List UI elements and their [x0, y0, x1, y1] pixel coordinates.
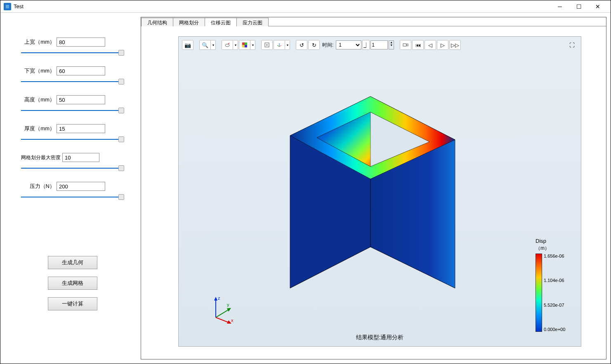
mesh-density-label: 网格划分最大密度 [21, 154, 62, 161]
top-width-input[interactable] [57, 38, 105, 47]
axis-z-label: z [218, 296, 220, 301]
select-icon[interactable] [222, 40, 233, 50]
play-reverse-icon[interactable]: ◁ [425, 40, 436, 50]
record-icon[interactable] [400, 40, 411, 50]
axis-y-label: y [227, 302, 229, 307]
mesh-density-input[interactable] [62, 153, 99, 162]
frame-down-icon[interactable]: ▼ [389, 44, 394, 47]
zoom-dropdown-icon[interactable]: ▾ [211, 40, 216, 50]
bottom-width-label: 下宽（mm） [21, 67, 57, 75]
legend-tick: 1.104e-06 [544, 278, 565, 283]
svg-line-15 [216, 309, 229, 317]
frame-spinner[interactable] [370, 40, 388, 49]
svg-marker-14 [214, 297, 217, 301]
mesh-density-slider[interactable] [21, 164, 124, 172]
top-width-slider[interactable] [21, 49, 124, 56]
fullscreen-icon[interactable]: ⛶ [566, 40, 578, 50]
height-input[interactable] [57, 95, 105, 104]
tab-geometry[interactable]: 几何结构 [141, 18, 173, 26]
fea-displacement-solid [278, 59, 463, 290]
colormap-icon[interactable] [239, 40, 250, 50]
close-button[interactable]: ✕ [588, 1, 607, 12]
rotate-cw-icon[interactable]: ↻ [308, 40, 320, 50]
time-select[interactable]: 1 [336, 40, 361, 49]
axes-triad-icon[interactable] [274, 40, 285, 50]
colormap-dropdown-icon[interactable]: ▾ [250, 40, 255, 50]
time-end-icon[interactable]: ⏌ [362, 40, 370, 50]
axes-dropdown-icon[interactable]: ▾ [285, 40, 290, 50]
legend-tick: 5.520e-07 [544, 303, 565, 308]
maximize-button[interactable]: ☐ [569, 1, 588, 12]
generate-geometry-button[interactable]: 生成几何 [48, 256, 97, 269]
thickness-label: 厚度（mm） [21, 125, 57, 132]
svg-rect-1 [242, 42, 245, 45]
svg-rect-3 [242, 45, 245, 47]
result-caption: 结果模型:通用分析 [179, 334, 581, 341]
parameter-panel: 上宽（mm） 下宽（mm） 高度（mm） 厚度（mm） 网格划分最大密度 [5, 17, 141, 359]
svg-line-17 [216, 317, 229, 323]
color-legend: Disp （m） 1.656e-06 1.104e-06 5.520e-07 0… [536, 238, 573, 332]
one-click-compute-button[interactable]: 一键计算 [48, 297, 97, 310]
height-slider[interactable] [21, 107, 124, 114]
first-frame-icon[interactable]: ⏮ [412, 40, 424, 50]
svg-rect-4 [245, 45, 247, 47]
bottom-width-slider[interactable] [21, 78, 124, 85]
legend-tick: 1.656e-06 [544, 254, 565, 258]
pressure-input[interactable] [57, 182, 105, 191]
axis-x-label: x [231, 318, 234, 323]
generate-mesh-button[interactable]: 生成网格 [48, 277, 97, 290]
window-title: Test [14, 3, 550, 9]
legend-unit: （m） [536, 245, 573, 252]
play-icon[interactable]: ▷ [437, 40, 448, 50]
zoom-icon[interactable]: 🔍 [199, 40, 211, 50]
axes-triad: z y x [210, 295, 238, 324]
frame-up-icon[interactable]: ▲ [389, 41, 394, 44]
result-tabs: 几何结构 网格划分 位移云图 应力云图 [141, 17, 606, 26]
viewer-toolbar: 📷 🔍▾ ▾ ▾ ▾ ↺ ↻ 时间: 1 ⏌ [182, 39, 578, 51]
pressure-slider[interactable] [21, 193, 124, 201]
svg-rect-2 [245, 42, 247, 45]
thickness-input[interactable] [57, 124, 105, 133]
time-label: 时间: [321, 42, 335, 49]
minimize-button[interactable]: ─ [550, 1, 569, 12]
result-viewer[interactable]: 📷 🔍▾ ▾ ▾ ▾ ↺ ↻ 时间: 1 ⏌ [178, 36, 581, 347]
tab-mesh[interactable]: 网格划分 [173, 18, 205, 26]
main-panel: 几何结构 网格划分 位移云图 应力云图 📷 🔍▾ ▾ ▾ [141, 17, 606, 359]
fit-view-icon[interactable] [261, 40, 273, 50]
rotate-ccw-icon[interactable]: ↺ [296, 40, 307, 50]
svg-point-0 [225, 44, 229, 47]
legend-tick: 0.000e+00 [544, 327, 565, 332]
svg-marker-16 [227, 308, 231, 312]
pressure-label: 压力（N） [21, 183, 57, 190]
select-dropdown-icon[interactable]: ▾ [233, 40, 238, 50]
step-forward-icon[interactable]: ▷▷ [449, 40, 461, 50]
height-label: 高度（mm） [21, 96, 57, 103]
legend-colorbar [536, 254, 542, 332]
thickness-slider[interactable] [21, 136, 124, 143]
tab-displacement[interactable]: 位移云图 [205, 18, 237, 26]
snapshot-icon[interactable]: 📷 [182, 40, 193, 50]
top-width-label: 上宽（mm） [21, 38, 57, 46]
tab-stress[interactable]: 应力云图 [236, 18, 269, 26]
svg-rect-6 [403, 44, 406, 46]
legend-title: Disp [536, 238, 573, 244]
titlebar: Test ─ ☐ ✕ [0, 0, 611, 13]
app-icon [4, 3, 11, 10]
bottom-width-input[interactable] [57, 66, 105, 75]
